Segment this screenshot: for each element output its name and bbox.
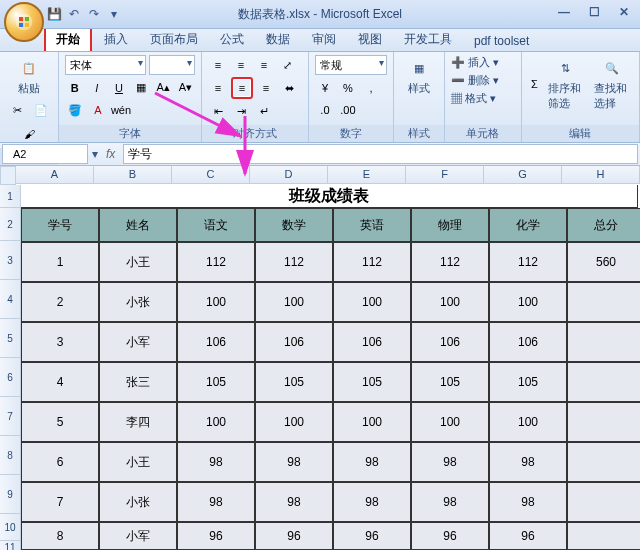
tab-formulas[interactable]: 公式 [210,28,254,51]
data-cell[interactable]: 98 [489,442,567,482]
number-format-select[interactable]: 常规 [315,55,387,75]
row-header[interactable]: 4 [0,280,21,319]
data-cell[interactable]: 98 [255,482,333,522]
header-cell[interactable]: 数学 [255,208,333,242]
data-cell[interactable]: 105 [177,362,255,402]
header-cell[interactable]: 英语 [333,208,411,242]
insert-cells-button[interactable]: ➕ 插入 ▾ [451,55,499,70]
row-header[interactable]: 11 [0,541,21,550]
data-cell[interactable] [567,522,640,550]
qa-more-icon[interactable]: ▾ [106,6,122,22]
find-select-button[interactable]: 🔍查找和选择 [590,55,633,113]
border-button[interactable]: ▦ [132,78,151,98]
formula-input[interactable]: 学号 [123,144,638,164]
data-cell[interactable]: 98 [411,442,489,482]
data-cell[interactable]: 96 [333,522,411,550]
data-cell[interactable]: 106 [255,322,333,362]
data-cell[interactable] [567,282,640,322]
data-cell[interactable]: 98 [255,442,333,482]
data-cell[interactable]: 2 [21,282,99,322]
data-cell[interactable]: 105 [333,362,411,402]
data-cell[interactable]: 小张 [99,482,177,522]
data-cell[interactable]: 112 [255,242,333,282]
row-header[interactable]: 7 [0,397,21,436]
copy-icon[interactable]: 📄 [31,100,51,120]
title-cell[interactable]: 班级成绩表 [21,185,638,208]
wrap-text-icon[interactable]: ↵ [254,101,274,121]
format-painter-icon[interactable]: 🖌 [19,124,39,144]
data-cell[interactable]: 100 [489,282,567,322]
align-top-icon[interactable]: ≡ [208,55,228,75]
tab-page-layout[interactable]: 页面布局 [140,28,208,51]
cell-styles-button[interactable]: ▦ 样式 [400,55,438,98]
fill-color-button[interactable]: 🪣 [65,100,85,120]
align-bottom-icon[interactable]: ≡ [254,55,274,75]
data-cell[interactable]: 小王 [99,242,177,282]
data-cell[interactable] [567,402,640,442]
fx-icon[interactable]: fx [102,147,119,161]
tab-developer[interactable]: 开发工具 [394,28,462,51]
header-cell[interactable]: 语文 [177,208,255,242]
cut-icon[interactable]: ✂ [8,100,28,120]
close-button[interactable]: ✕ [614,4,634,20]
data-cell[interactable]: 5 [21,402,99,442]
col-header[interactable]: F [406,166,484,184]
data-cell[interactable]: 96 [177,522,255,550]
data-cell[interactable]: 李四 [99,402,177,442]
decrease-decimal-icon[interactable]: .00 [338,100,358,120]
data-cell[interactable]: 100 [255,402,333,442]
italic-button[interactable]: I [87,78,106,98]
header-cell[interactable]: 姓名 [99,208,177,242]
align-center-icon[interactable]: ≡ [231,77,253,99]
format-cells-button[interactable]: ▦ 格式 ▾ [451,91,496,106]
data-cell[interactable]: 100 [411,402,489,442]
merge-center-icon[interactable]: ⬌ [279,78,299,98]
col-header[interactable]: C [172,166,250,184]
data-cell[interactable]: 100 [333,402,411,442]
row-header[interactable]: 3 [0,241,21,280]
data-cell[interactable]: 96 [255,522,333,550]
data-cell[interactable] [567,322,640,362]
paste-button[interactable]: 📋 粘贴 [14,55,44,98]
indent-decrease-icon[interactable]: ⇤ [208,101,228,121]
data-cell[interactable]: 112 [411,242,489,282]
header-cell[interactable]: 总分 [567,208,640,242]
align-middle-icon[interactable]: ≡ [231,55,251,75]
data-cell[interactable]: 7 [21,482,99,522]
save-icon[interactable]: 💾 [46,6,62,22]
data-cell[interactable]: 100 [177,282,255,322]
comma-icon[interactable]: , [361,78,381,98]
data-cell[interactable]: 8 [21,522,99,550]
data-cell[interactable]: 98 [411,482,489,522]
undo-icon[interactable]: ↶ [66,6,82,22]
col-header[interactable]: B [94,166,172,184]
data-cell[interactable] [567,482,640,522]
data-cell[interactable]: 100 [177,402,255,442]
data-cell[interactable]: 105 [489,362,567,402]
data-cell[interactable]: 小军 [99,522,177,550]
data-cell[interactable]: 98 [333,442,411,482]
col-header[interactable]: A [16,166,94,184]
col-header[interactable]: E [328,166,406,184]
data-cell[interactable]: 4 [21,362,99,402]
tab-insert[interactable]: 插入 [94,28,138,51]
underline-button[interactable]: U [109,78,128,98]
data-cell[interactable]: 560 [567,242,640,282]
tab-view[interactable]: 视图 [348,28,392,51]
tab-pdf-toolset[interactable]: pdf toolset [464,31,539,51]
data-cell[interactable]: 98 [177,482,255,522]
grid[interactable]: 班级成绩表学号姓名语文数学英语物理化学总分1小王1121121121121125… [21,185,640,550]
col-header[interactable]: H [562,166,640,184]
data-cell[interactable]: 106 [177,322,255,362]
font-size-select[interactable] [149,55,195,75]
data-cell[interactable]: 小张 [99,282,177,322]
office-button[interactable] [4,2,44,42]
redo-icon[interactable]: ↷ [86,6,102,22]
data-cell[interactable]: 112 [177,242,255,282]
col-header[interactable]: D [250,166,328,184]
delete-cells-button[interactable]: ➖ 删除 ▾ [451,73,499,88]
font-shrink-icon[interactable]: A▾ [176,78,195,98]
data-cell[interactable]: 3 [21,322,99,362]
increase-decimal-icon[interactable]: .0 [315,100,335,120]
data-cell[interactable]: 105 [411,362,489,402]
